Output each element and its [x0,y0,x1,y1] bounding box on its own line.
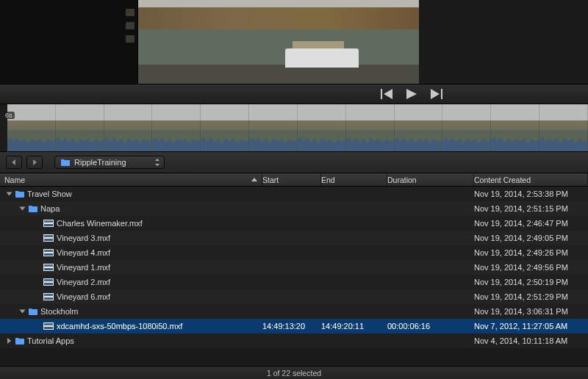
filmstrip-frame[interactable] [56,104,104,151]
table-row-folder[interactable]: Travel ShowNov 19, 2014, 2:53:38 PM [0,187,588,201]
folder-icon [15,337,24,344]
disclosure-triangle-icon[interactable] [20,310,26,314]
col-name[interactable]: Name [0,173,262,186]
filmstrip-frame[interactable] [7,104,56,151]
location-dropdown[interactable]: RippleTraining [54,156,165,169]
clip-icon [43,293,54,300]
chevron-left-icon [11,159,17,165]
clip-icon [43,278,54,286]
filmstrip[interactable] [0,104,588,152]
preview-boat [285,48,359,68]
table-row-clip[interactable]: Vineyard 3.mxfNov 19, 2014, 2:49:05 PM [0,231,588,245]
cell-created: Nov 19, 2014, 2:50:19 PM [474,278,588,286]
table-body: Travel ShowNov 19, 2014, 2:53:38 PMNapaN… [0,187,588,366]
col-duration[interactable]: Duration [387,173,474,186]
table-row-clip[interactable]: Vineyard 1.mxfNov 19, 2014, 2:49:56 PM [0,260,588,275]
filmstrip-frame[interactable] [395,104,443,151]
playback-controls [0,84,588,104]
filmstrip-frame[interactable] [346,104,395,151]
disclosure-triangle-icon[interactable] [7,338,11,344]
status-bar: 1 of 22 selected [0,366,588,379]
table-row-clip[interactable]: Vineyard 4.mxfNov 19, 2014, 2:49:26 PM [0,245,588,260]
row-label: Tutorial Apps [27,336,74,345]
gutter-marker [126,35,135,43]
row-label: Travel Show [27,190,72,198]
play-icon[interactable] [406,89,417,99]
table-row-clip[interactable]: xdcamhd-sxs-50mbps-1080i50.mxf14:49:13:2… [0,319,588,333]
clip-icon [43,249,54,256]
row-label: Napa [40,204,60,213]
table-row-clip[interactable]: Vineyard 6.mxfNov 19, 2014, 2:51:29 PM [0,289,588,304]
disclosure-triangle-icon[interactable] [7,192,12,196]
clip-icon [43,220,54,227]
row-label: Vineyard 3.mxf [57,234,110,242]
cell-created: Nov 19, 2014, 2:49:56 PM [474,263,588,272]
row-label: Vineyard 4.mxf [57,248,110,257]
folder-icon [29,308,37,315]
table-row-clip[interactable]: Vineyard 2.mxfNov 19, 2014, 2:50:19 PM [0,275,588,289]
folder-icon [61,159,70,166]
row-label: Vineyard 2.mxf [57,278,110,286]
row-label: Charles Winemaker.mxf [57,219,143,228]
disclosure-triangle-icon[interactable] [20,207,26,211]
skip-back-icon[interactable] [381,89,392,99]
cell-created: Nov 19, 2014, 2:49:26 PM [474,248,588,257]
left-gutter [0,0,138,84]
col-start[interactable]: Start [262,173,321,186]
filmstrip-frame[interactable] [201,104,249,151]
folder-icon [15,190,24,198]
row-label: xdcamhd-sxs-50mbps-1080i50.mxf [57,322,182,331]
clip-icon [43,234,54,242]
cell-created: Nov 19, 2014, 2:51:15 PM [474,204,588,213]
cell-end: 14:49:20:11 [321,322,387,331]
table-row-folder[interactable]: Tutorial AppsNov 4, 2014, 10:11:18 AM [0,333,588,348]
table-row-clip[interactable]: Charles Winemaker.mxfNov 19, 2014, 2:46:… [0,216,588,231]
updown-icon [154,159,160,166]
cell-created: Nov 19, 2014, 2:53:38 PM [474,190,588,198]
clip-icon [43,264,54,271]
clip-icon [43,322,54,330]
row-label: Vineyard 6.mxf [57,292,110,301]
selection-status: 1 of 22 selected [267,369,321,378]
col-end[interactable]: End [321,173,387,186]
filmstrip-frame[interactable] [249,104,298,151]
cell-created: Nov 19, 2014, 2:46:47 PM [474,219,588,228]
filmstrip-frame[interactable] [539,104,588,151]
filmstrip-frame[interactable] [152,104,201,151]
filmstrip-timestamp: 6s [3,112,15,119]
gutter-marker [126,9,135,16]
chevron-right-icon [32,159,37,165]
row-label: Stockholm [40,307,78,316]
filmstrip-frame[interactable] [442,104,491,151]
filmstrip-frame[interactable] [298,104,346,151]
row-label: Vineyard 1.mxf [57,263,110,272]
cell-created: Nov 4, 2014, 10:11:18 AM [474,336,588,345]
preview-viewer[interactable] [138,0,419,84]
folder-icon [29,205,37,212]
preview-road [138,65,419,84]
skip-forward-icon[interactable] [431,89,442,99]
cell-created: Nov 7, 2012, 11:27:05 AM [474,322,588,331]
location-label: RippleTraining [74,158,126,167]
nav-back-button[interactable] [6,156,22,169]
filmstrip-frame[interactable] [491,104,539,151]
cell-start: 14:49:13:20 [262,322,321,331]
cell-created: Nov 19, 2014, 2:51:29 PM [474,292,588,301]
col-created[interactable]: Content Created [474,173,588,186]
cell-created: Nov 19, 2014, 3:06:31 PM [474,307,588,316]
cell-duration: 00:00:06:16 [387,322,474,331]
cell-created: Nov 19, 2014, 2:49:05 PM [474,234,588,242]
table-row-folder[interactable]: StockholmNov 19, 2014, 3:06:31 PM [0,304,588,319]
browser-toolbar: RippleTraining [0,152,588,173]
nav-forward-button[interactable] [26,156,43,169]
gutter-marker [126,22,135,29]
table-header: Name Start End Duration Content Created [0,173,588,187]
table-row-folder[interactable]: NapaNov 19, 2014, 2:51:15 PM [0,201,588,216]
filmstrip-frame[interactable] [104,104,153,151]
